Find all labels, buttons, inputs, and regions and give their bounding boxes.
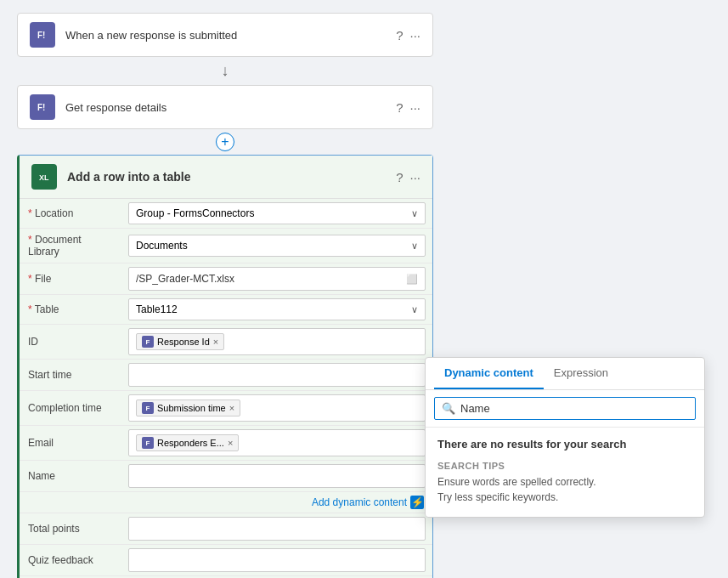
input-file[interactable]: /SP_Grader-MCT.xlsx ⬜ — [121, 264, 432, 294]
token-response-id[interactable]: F Response Id × — [136, 333, 224, 350]
search-icon: 🔍 — [442, 402, 455, 415]
input-document-library[interactable]: Documents ∨ — [121, 231, 432, 260]
step2-more-icon[interactable]: ··· — [409, 100, 420, 115]
field-total-points: Total points — [20, 513, 432, 545]
input-name[interactable] — [121, 461, 432, 491]
token-close-submission[interactable]: × — [229, 403, 234, 413]
chevron-table: ∨ — [411, 304, 418, 315]
tab-dynamic-content[interactable]: Dynamic content — [434, 358, 544, 389]
label-name: Name — [20, 465, 121, 487]
token-close-response-id[interactable]: × — [213, 337, 218, 347]
label-file: File — [20, 268, 121, 290]
chevron-location: ∨ — [411, 208, 418, 219]
input-quiz-feedback[interactable] — [121, 545, 432, 575]
tab-expression[interactable]: Expression — [544, 358, 618, 389]
step-get-response-details: F! Get response details ? ··· — [17, 85, 433, 129]
no-results-message: There are no results for your search — [437, 438, 692, 450]
input-table[interactable]: Table112 ∨ — [121, 295, 432, 324]
panel-search-area: 🔍 — [426, 390, 704, 428]
add-dynamic-row: Add dynamic content ⚡ — [20, 492, 432, 513]
file-input[interactable]: /SP_Grader-MCT.xlsx ⬜ — [128, 267, 426, 291]
input-total-points[interactable] — [121, 513, 432, 544]
token-icon-submission: F — [142, 402, 154, 414]
completion-time-token-container[interactable]: F Submission time × — [128, 394, 426, 422]
excel-icon: XL — [31, 164, 57, 190]
add-row-body: Location Group - FormsConnectors ∨ Docum… — [20, 199, 432, 578]
field-file: File /SP_Grader-MCT.xlsx ⬜ — [20, 264, 432, 295]
field-document-library: Document Library Documents ∨ — [20, 229, 432, 264]
search-tip-1: Ensure words are spelled correctly. — [437, 476, 692, 488]
label-id: ID — [20, 331, 121, 353]
token-responders-email[interactable]: F Responders E... × — [136, 434, 239, 451]
search-box[interactable]: 🔍 — [434, 397, 696, 420]
forms-icon-step2: F! — [30, 94, 55, 120]
add-row-help-icon[interactable]: ? — [396, 170, 403, 184]
label-completion-time: Completion time — [20, 397, 121, 419]
chevron-doc-lib: ∨ — [411, 241, 418, 252]
svg-text:F!: F! — [37, 103, 45, 112]
add-dynamic-icon[interactable]: ⚡ — [410, 496, 424, 509]
token-icon-response-id: F — [142, 336, 154, 348]
add-row-header: XL Add a row into a table ? ··· — [20, 156, 432, 199]
arrow-1: ↓ — [17, 57, 433, 85]
input-start-time[interactable] — [121, 360, 432, 390]
svg-text:F!: F! — [37, 31, 45, 40]
token-icon-email: F — [142, 437, 154, 449]
svg-text:XL: XL — [39, 173, 49, 182]
field-email: Email F Responders E... × — [20, 426, 432, 461]
add-row-title: Add a row into a table — [67, 170, 396, 184]
dynamic-content-panel: Dynamic content Expression 🔍 There are n… — [425, 357, 705, 518]
select-document-library[interactable]: Documents ∨ — [128, 235, 426, 257]
plus-icon[interactable]: + — [216, 133, 234, 151]
forms-icon-step1: F! — [30, 22, 55, 48]
step-when-new-response: F! When a new response is submitted ? ··… — [17, 13, 433, 57]
id-token-container[interactable]: F Response Id × — [128, 328, 426, 355]
token-submission-time[interactable]: F Submission time × — [136, 400, 240, 416]
select-table[interactable]: Table112 ∨ — [128, 298, 426, 320]
input-email[interactable]: F Responders E... × — [121, 426, 432, 460]
field-table: Table Table112 ∨ — [20, 295, 432, 325]
start-time-input[interactable] — [128, 363, 426, 387]
input-completion-time[interactable]: F Submission time × — [121, 391, 432, 425]
name-input[interactable] — [128, 464, 426, 488]
field-id: ID F Response Id × — [20, 325, 432, 360]
step1-title: When a new response is submitted — [65, 29, 396, 42]
step1-more-icon[interactable]: ··· — [409, 28, 420, 42]
search-tips-heading: SEARCH TIPS — [437, 461, 692, 471]
add-step-connector[interactable]: + — [17, 129, 433, 155]
search-input[interactable] — [460, 402, 688, 415]
add-row-card: XL Add a row into a table ? ··· Location… — [17, 155, 433, 578]
label-email: Email — [20, 432, 121, 454]
input-id[interactable]: F Response Id × — [121, 325, 432, 359]
label-location: Location — [20, 202, 121, 224]
step2-help-icon[interactable]: ? — [396, 100, 403, 115]
field-start-time: Start time — [20, 360, 432, 391]
field-quiz-feedback: Quiz feedback — [20, 545, 432, 576]
add-dynamic-content-link[interactable]: Add dynamic content ⚡ — [312, 496, 424, 509]
field-location: Location Group - FormsConnectors ∨ — [20, 199, 432, 229]
label-quiz-feedback: Quiz feedback — [20, 549, 121, 571]
email-token-container[interactable]: F Responders E... × — [128, 429, 426, 456]
field-completion-time: Completion time F Submission time × — [20, 391, 432, 426]
input-location[interactable]: Group - FormsConnectors ∨ — [121, 199, 432, 228]
panel-tab-bar: Dynamic content Expression — [426, 358, 704, 390]
file-folder-icon[interactable]: ⬜ — [406, 274, 418, 285]
label-total-points: Total points — [20, 518, 121, 540]
token-close-email[interactable]: × — [228, 438, 233, 448]
step1-help-icon[interactable]: ? — [396, 28, 403, 42]
field-name: Name — [20, 461, 432, 492]
select-location[interactable]: Group - FormsConnectors ∨ — [128, 202, 426, 224]
panel-content-area: There are no results for your search SEA… — [426, 428, 704, 517]
step2-title: Get response details — [65, 101, 396, 114]
label-table: Table — [20, 298, 121, 320]
search-tip-2: Try less specific keywords. — [437, 491, 692, 503]
total-points-input[interactable] — [128, 517, 426, 541]
add-row-more-icon[interactable]: ··· — [409, 170, 420, 184]
quiz-feedback-input[interactable] — [128, 548, 426, 572]
label-start-time: Start time — [20, 364, 121, 386]
label-document-library: Document Library — [20, 229, 121, 263]
